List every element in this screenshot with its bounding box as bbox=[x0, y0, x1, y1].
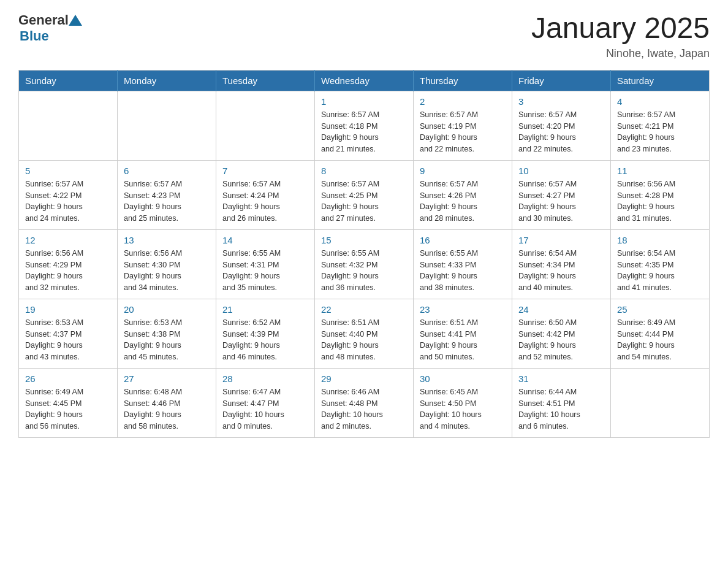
day-info: Sunrise: 6:57 AM Sunset: 4:20 PM Dayligh… bbox=[518, 109, 604, 155]
day-number: 10 bbox=[518, 166, 604, 176]
calendar-cell: 2Sunrise: 6:57 AM Sunset: 4:19 PM Daylig… bbox=[414, 91, 512, 160]
day-info: Sunrise: 6:57 AM Sunset: 4:18 PM Dayligh… bbox=[321, 109, 407, 155]
day-info: Sunrise: 6:53 AM Sunset: 4:38 PM Dayligh… bbox=[124, 317, 210, 363]
day-number: 15 bbox=[321, 235, 407, 245]
calendar-cell: 7Sunrise: 6:57 AM Sunset: 4:24 PM Daylig… bbox=[216, 160, 315, 229]
calendar-cell: 11Sunrise: 6:56 AM Sunset: 4:28 PM Dayli… bbox=[611, 160, 710, 229]
calendar-cell: 3Sunrise: 6:57 AM Sunset: 4:20 PM Daylig… bbox=[512, 91, 611, 160]
day-info: Sunrise: 6:51 AM Sunset: 4:40 PM Dayligh… bbox=[321, 317, 407, 363]
calendar-body: 1Sunrise: 6:57 AM Sunset: 4:18 PM Daylig… bbox=[19, 91, 710, 437]
calendar-cell bbox=[216, 91, 315, 160]
day-info: Sunrise: 6:52 AM Sunset: 4:39 PM Dayligh… bbox=[222, 317, 308, 363]
calendar-cell: 27Sunrise: 6:48 AM Sunset: 4:46 PM Dayli… bbox=[118, 368, 216, 437]
day-info: Sunrise: 6:57 AM Sunset: 4:26 PM Dayligh… bbox=[420, 178, 506, 224]
day-number: 7 bbox=[222, 166, 308, 176]
day-number: 2 bbox=[420, 96, 506, 107]
day-number: 6 bbox=[124, 166, 210, 176]
calendar-cell: 25Sunrise: 6:49 AM Sunset: 4:44 PM Dayli… bbox=[611, 299, 710, 368]
calendar-cell: 18Sunrise: 6:54 AM Sunset: 4:35 PM Dayli… bbox=[611, 229, 710, 299]
calendar-cell: 30Sunrise: 6:45 AM Sunset: 4:50 PM Dayli… bbox=[414, 368, 512, 437]
calendar-cell: 10Sunrise: 6:57 AM Sunset: 4:27 PM Dayli… bbox=[512, 160, 611, 229]
day-info: Sunrise: 6:50 AM Sunset: 4:42 PM Dayligh… bbox=[518, 317, 604, 363]
day-info: Sunrise: 6:57 AM Sunset: 4:24 PM Dayligh… bbox=[222, 178, 308, 224]
day-number: 11 bbox=[617, 166, 703, 176]
day-info: Sunrise: 6:51 AM Sunset: 4:41 PM Dayligh… bbox=[420, 317, 506, 363]
calendar-cell: 13Sunrise: 6:56 AM Sunset: 4:30 PM Dayli… bbox=[118, 229, 216, 299]
day-info: Sunrise: 6:54 AM Sunset: 4:34 PM Dayligh… bbox=[518, 248, 604, 294]
calendar-cell: 22Sunrise: 6:51 AM Sunset: 4:40 PM Dayli… bbox=[315, 299, 414, 368]
day-number: 28 bbox=[222, 373, 308, 384]
calendar-cell bbox=[118, 91, 216, 160]
svg-marker-0 bbox=[69, 15, 82, 26]
day-number: 30 bbox=[420, 373, 506, 384]
day-number: 20 bbox=[124, 304, 210, 315]
day-info: Sunrise: 6:57 AM Sunset: 4:19 PM Dayligh… bbox=[420, 109, 506, 155]
logo-blue-text: Blue bbox=[20, 28, 49, 44]
calendar-header: SundayMondayTuesdayWednesdayThursdayFrid… bbox=[19, 70, 710, 91]
day-info: Sunrise: 6:45 AM Sunset: 4:50 PM Dayligh… bbox=[420, 386, 506, 432]
day-info: Sunrise: 6:56 AM Sunset: 4:28 PM Dayligh… bbox=[617, 178, 703, 224]
day-info: Sunrise: 6:44 AM Sunset: 4:51 PM Dayligh… bbox=[518, 386, 604, 432]
day-number: 17 bbox=[518, 235, 604, 245]
day-info: Sunrise: 6:57 AM Sunset: 4:25 PM Dayligh… bbox=[321, 178, 407, 224]
day-number: 26 bbox=[25, 373, 111, 384]
calendar-cell: 9Sunrise: 6:57 AM Sunset: 4:26 PM Daylig… bbox=[414, 160, 512, 229]
calendar-cell: 15Sunrise: 6:55 AM Sunset: 4:32 PM Dayli… bbox=[315, 229, 414, 299]
day-info: Sunrise: 6:56 AM Sunset: 4:30 PM Dayligh… bbox=[124, 248, 210, 294]
day-info: Sunrise: 6:55 AM Sunset: 4:33 PM Dayligh… bbox=[420, 248, 506, 294]
day-number: 5 bbox=[25, 166, 111, 176]
day-number: 1 bbox=[321, 96, 407, 107]
day-info: Sunrise: 6:47 AM Sunset: 4:47 PM Dayligh… bbox=[222, 386, 308, 432]
calendar-cell: 23Sunrise: 6:51 AM Sunset: 4:41 PM Dayli… bbox=[414, 299, 512, 368]
weekday-header-sunday: Sunday bbox=[19, 70, 118, 91]
day-number: 22 bbox=[321, 304, 407, 315]
page-subtitle: Ninohe, Iwate, Japan bbox=[531, 47, 710, 60]
calendar-cell: 21Sunrise: 6:52 AM Sunset: 4:39 PM Dayli… bbox=[216, 299, 315, 368]
calendar-cell: 8Sunrise: 6:57 AM Sunset: 4:25 PM Daylig… bbox=[315, 160, 414, 229]
calendar-cell: 12Sunrise: 6:56 AM Sunset: 4:29 PM Dayli… bbox=[19, 229, 118, 299]
day-number: 14 bbox=[222, 235, 308, 245]
calendar-cell: 17Sunrise: 6:54 AM Sunset: 4:34 PM Dayli… bbox=[512, 229, 611, 299]
calendar-table: SundayMondayTuesdayWednesdayThursdayFrid… bbox=[18, 70, 710, 438]
day-number: 9 bbox=[420, 166, 506, 176]
day-number: 13 bbox=[124, 235, 210, 245]
day-info: Sunrise: 6:57 AM Sunset: 4:23 PM Dayligh… bbox=[124, 178, 210, 224]
day-number: 4 bbox=[617, 96, 703, 107]
day-info: Sunrise: 6:57 AM Sunset: 4:21 PM Dayligh… bbox=[617, 109, 703, 155]
day-number: 27 bbox=[124, 373, 210, 384]
day-number: 8 bbox=[321, 166, 407, 176]
weekday-header-saturday: Saturday bbox=[611, 70, 710, 91]
calendar-cell: 6Sunrise: 6:57 AM Sunset: 4:23 PM Daylig… bbox=[118, 160, 216, 229]
day-info: Sunrise: 6:53 AM Sunset: 4:37 PM Dayligh… bbox=[25, 317, 111, 363]
day-number: 16 bbox=[420, 235, 506, 245]
day-number: 25 bbox=[617, 304, 703, 315]
calendar-week-1: 1Sunrise: 6:57 AM Sunset: 4:18 PM Daylig… bbox=[19, 91, 710, 160]
day-info: Sunrise: 6:49 AM Sunset: 4:45 PM Dayligh… bbox=[25, 386, 111, 432]
weekday-header-friday: Friday bbox=[512, 70, 611, 91]
logo-icon bbox=[69, 15, 82, 26]
day-number: 31 bbox=[518, 373, 604, 384]
day-info: Sunrise: 6:49 AM Sunset: 4:44 PM Dayligh… bbox=[617, 317, 703, 363]
calendar-week-3: 12Sunrise: 6:56 AM Sunset: 4:29 PM Dayli… bbox=[19, 229, 710, 299]
weekday-header-wednesday: Wednesday bbox=[315, 70, 414, 91]
day-number: 12 bbox=[25, 235, 111, 245]
page-header: General Blue January 2025 Ninohe, Iwate,… bbox=[18, 12, 710, 60]
day-info: Sunrise: 6:54 AM Sunset: 4:35 PM Dayligh… bbox=[617, 248, 703, 294]
day-number: 18 bbox=[617, 235, 703, 245]
calendar-cell: 14Sunrise: 6:55 AM Sunset: 4:31 PM Dayli… bbox=[216, 229, 315, 299]
calendar-cell: 28Sunrise: 6:47 AM Sunset: 4:47 PM Dayli… bbox=[216, 368, 315, 437]
calendar-cell: 31Sunrise: 6:44 AM Sunset: 4:51 PM Dayli… bbox=[512, 368, 611, 437]
weekday-header-tuesday: Tuesday bbox=[216, 70, 315, 91]
day-info: Sunrise: 6:55 AM Sunset: 4:32 PM Dayligh… bbox=[321, 248, 407, 294]
logo: General Blue bbox=[18, 12, 82, 44]
weekday-header-thursday: Thursday bbox=[414, 70, 512, 91]
day-number: 21 bbox=[222, 304, 308, 315]
day-number: 3 bbox=[518, 96, 604, 107]
calendar-cell: 4Sunrise: 6:57 AM Sunset: 4:21 PM Daylig… bbox=[611, 91, 710, 160]
calendar-cell: 5Sunrise: 6:57 AM Sunset: 4:22 PM Daylig… bbox=[19, 160, 118, 229]
day-number: 29 bbox=[321, 373, 407, 384]
logo-general-text: General bbox=[18, 12, 69, 28]
title-section: January 2025 Ninohe, Iwate, Japan bbox=[531, 12, 710, 60]
calendar-cell: 20Sunrise: 6:53 AM Sunset: 4:38 PM Dayli… bbox=[118, 299, 216, 368]
day-number: 19 bbox=[25, 304, 111, 315]
